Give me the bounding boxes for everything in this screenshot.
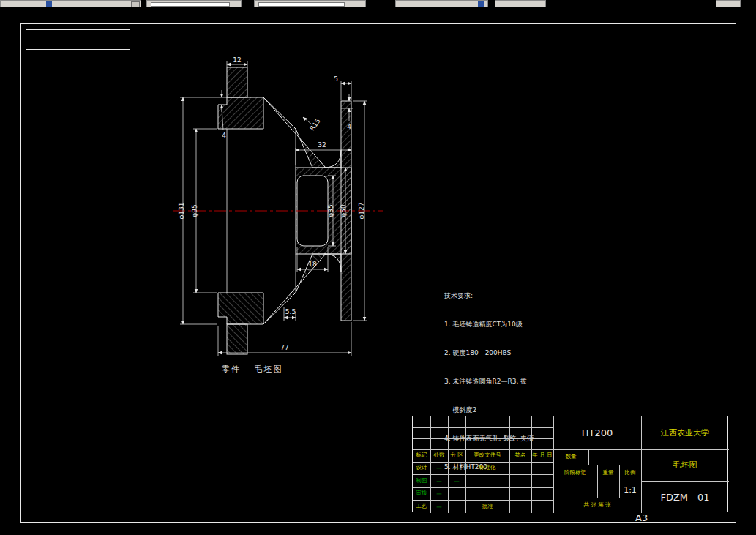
row-approve-label: 批准 xyxy=(482,503,493,510)
notes-title: 技术要求: xyxy=(444,291,534,301)
row-check-sig: — xyxy=(436,490,442,497)
notes-line-2: 2. 硬度180—200HBS xyxy=(444,348,534,358)
rev-header-doc: 更改文件号 xyxy=(474,452,501,459)
dim-label-4l: 4 xyxy=(222,132,226,139)
row-standard-label: 标准化 xyxy=(479,464,496,471)
dim-label-4r: 4 xyxy=(347,123,351,130)
dim-label-12: 12 xyxy=(233,56,241,64)
scale-value: 1:1 xyxy=(624,485,637,495)
dim-label-77: 77 xyxy=(280,344,288,351)
notes-line-3: 3. 未注铸造圆角R2—R3, 拔 xyxy=(444,377,534,386)
dim-label-r15: R15 xyxy=(308,117,321,132)
qty-label: 数量 xyxy=(566,453,577,460)
notes-line-1: 1. 毛坯铸造精度CT为10级 xyxy=(444,320,534,329)
row-process-label: 工艺 xyxy=(416,503,427,510)
company-name: 江西农业大学 xyxy=(661,427,709,438)
row-draft-label: 制图 xyxy=(416,477,427,485)
rev-header-zone: 分 区 xyxy=(450,452,463,459)
row-check-label: 审核 xyxy=(416,490,427,497)
dim-label-131: φ131 xyxy=(178,202,185,219)
row-draft-date: — xyxy=(454,478,460,485)
view-caption: 零件— 毛坯图 xyxy=(222,364,283,375)
rev-header-sign: 签名 xyxy=(515,452,526,459)
dim-label-127: φ127 xyxy=(358,202,365,219)
sheet-note: 共 张 第 张 xyxy=(583,501,610,509)
dim-label-32: 32 xyxy=(318,141,326,149)
rev-header-date: 年 月 日 xyxy=(532,452,552,459)
rev-header-count: 处数 xyxy=(434,452,445,459)
sheet-size-label: A3 xyxy=(635,512,648,523)
dim-label-18: 18 xyxy=(308,261,317,268)
dim-label-5: 5 xyxy=(334,75,338,83)
row-design-date: — xyxy=(454,465,460,471)
dim-label-95: φ95 xyxy=(191,204,198,217)
row-draft-sig: — xyxy=(436,478,442,485)
dim-label-35: φ35 xyxy=(327,204,334,217)
notes-line-4: 模斜度2 xyxy=(444,405,534,415)
rev-header-mark: 标记 xyxy=(416,452,427,459)
weight-label: 重量 xyxy=(603,469,614,476)
row-design-label: 设计 xyxy=(416,464,427,471)
title-block: 标记 处数 分 区 更改文件号 签名 年 月 日 设计 — — 标准化 制图 —… xyxy=(412,416,728,512)
row-design-sig: — xyxy=(436,465,442,471)
dim-label-55: 5.5 xyxy=(285,308,296,315)
scale-label: 比例 xyxy=(625,469,636,476)
row-process-sig: — xyxy=(436,504,442,510)
stage-label: 阶段标记 xyxy=(564,469,586,476)
dim-label-50: φ50 xyxy=(340,204,347,217)
material-value: HT200 xyxy=(582,427,613,438)
drawing-title: 毛坯图 xyxy=(673,460,697,471)
drawing-code: FDZM—01 xyxy=(660,492,709,503)
